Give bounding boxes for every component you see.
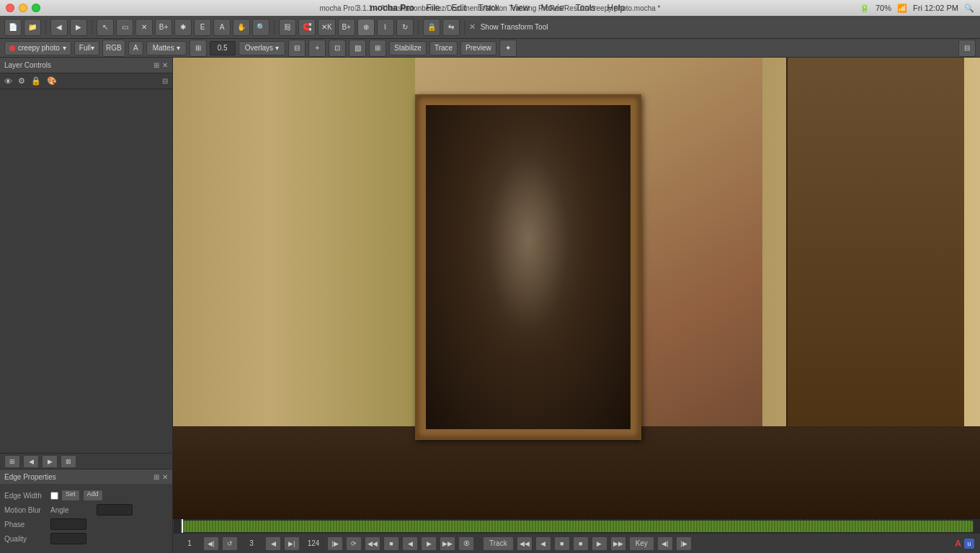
add-point-btn[interactable]: ✱ (174, 19, 192, 36)
layer-tb-btn2[interactable]: ◀ (23, 455, 39, 468)
trace-btn[interactable]: Trace (429, 41, 458, 55)
forward-btn[interactable]: ▶ (70, 19, 87, 36)
rotate-btn[interactable]: ↻ (396, 19, 414, 36)
toolbar-sep-3 (274, 20, 275, 35)
overlay-opt3[interactable]: ⊡ (329, 40, 346, 57)
mattes-dropdown[interactable]: Mattes ▾ (146, 41, 187, 55)
panel-close-icon[interactable]: ✕ (162, 61, 168, 69)
lock-tool-btn[interactable]: 🔒 (423, 19, 440, 36)
overlays-dropdown[interactable]: Overlays ▾ (239, 41, 285, 55)
xkey-btn[interactable]: ✕K (318, 19, 336, 36)
key-opt1[interactable]: ◀| (657, 536, 673, 551)
right-panel-btn[interactable]: ⊟ (958, 40, 976, 57)
cursor-btn[interactable]: ⊕ (357, 19, 375, 36)
layer-list-area (0, 89, 172, 453)
track-opt5[interactable]: ▶ (592, 536, 607, 551)
go-end-btn[interactable]: |▶ (327, 536, 343, 551)
create-rect-btn[interactable]: ▭ (116, 19, 133, 36)
prev-keyframe-btn[interactable]: ◀ (265, 536, 281, 551)
edge-properties-title: Edge Properties (4, 473, 56, 481)
gear-icon[interactable]: ⚙ (18, 76, 25, 86)
key-opt2[interactable]: |▶ (676, 536, 692, 551)
edge-properties-header: Edge Properties ⊞ ✕ (0, 469, 172, 484)
portrait-highlight (487, 154, 569, 333)
close-window-btn[interactable] (6, 4, 14, 12)
add-btn[interactable]: Add (83, 490, 103, 501)
eye-icon[interactable]: 👁 (4, 77, 12, 86)
create-bzspline-btn[interactable]: B+ (155, 19, 172, 36)
stop-btn[interactable]: ■ (383, 536, 399, 551)
rewind-btn[interactable]: ◀◀ (365, 536, 380, 551)
hand-tool-btn[interactable]: ✋ (233, 19, 250, 36)
new-btn[interactable]: 📄 (4, 19, 22, 36)
play-rev-btn[interactable]: ◀ (402, 536, 418, 551)
minimize-window-btn[interactable] (19, 4, 27, 12)
opacity-field[interactable] (210, 41, 236, 55)
key-btn[interactable]: Key (629, 536, 654, 551)
panel-expand-icon[interactable]: ⊞ (153, 61, 159, 69)
a-label-btn[interactable]: A (128, 41, 143, 55)
loop-btn[interactable]: ⟳ (346, 536, 362, 551)
track-opt6[interactable]: ▶▶ (610, 536, 626, 551)
zoom-tool-btn[interactable]: 🔍 (252, 19, 270, 36)
step-fwd-btn[interactable]: ▶▶ (440, 536, 455, 551)
track-opt3[interactable]: ■ (554, 536, 570, 551)
mattes-icon[interactable]: ⊞ (190, 40, 207, 57)
quality-label: Quality (4, 535, 48, 543)
open-btn[interactable]: 📁 (24, 19, 41, 36)
preview-btn[interactable]: Preview (460, 41, 496, 55)
link-tool-btn[interactable]: ⛓ (279, 19, 296, 36)
rgb-btn[interactable]: RGB (102, 40, 125, 57)
select-tool-btn[interactable]: ↖ (97, 19, 114, 36)
overlay-opt1[interactable]: ⊟ (288, 40, 306, 57)
view-mode-dropdown[interactable]: Full▾ (74, 41, 99, 55)
phase-field[interactable] (50, 518, 86, 530)
color-wheel-icon[interactable]: 🎨 (47, 76, 57, 86)
edge-expand-icon[interactable]: ⊞ (153, 473, 159, 481)
layer-tb-btn4[interactable]: ⊠ (61, 455, 76, 468)
play-fwd-btn[interactable]: ▶ (421, 536, 437, 551)
step-back-frame-btn[interactable]: ◀| (203, 536, 219, 551)
set-btn[interactable]: Set (61, 490, 80, 501)
delete-point-btn[interactable]: E (194, 19, 211, 36)
sun-icon-btn[interactable]: ✦ (499, 40, 517, 57)
lock-icon[interactable]: 🔒 (31, 76, 41, 86)
stabilize-btn[interactable]: Stabilize (389, 41, 427, 55)
overlay-opt2[interactable]: + (308, 40, 326, 57)
phase-label: Phase (4, 521, 48, 529)
edge-width-checkbox[interactable] (50, 492, 58, 500)
toolbar-sep-4 (418, 20, 419, 35)
magnet-btn[interactable]: 🧲 (298, 19, 316, 36)
track-btn[interactable]: Track (483, 536, 514, 551)
back-btn[interactable]: ◀ (50, 19, 68, 36)
search-icon[interactable]: 🔍 (964, 4, 974, 13)
edge-props-content: Edge Width Set Add Motion Blur Angle Pha… (0, 484, 172, 553)
record-btn[interactable]: ⦿ (458, 536, 474, 551)
snap-btn[interactable]: B+ (338, 19, 355, 36)
track-opt4[interactable]: ■ (573, 536, 589, 551)
arrow-tool-btn[interactable]: ⇆ (442, 19, 460, 36)
layer-tb-btn1[interactable]: ⊞ (4, 455, 20, 468)
traffic-lights (6, 4, 40, 12)
clip-dropdown[interactable]: creepy photo ▾ (4, 41, 71, 55)
wifi-icon: 📶 (897, 4, 907, 13)
track-opt2[interactable]: ◀ (535, 536, 551, 551)
wave-btn[interactable]: ⌇ (377, 19, 394, 36)
timeline-bar[interactable] (173, 518, 980, 533)
close-transform-btn[interactable]: ✕ (469, 22, 476, 32)
layer-tb-btn3[interactable]: ▶ (42, 455, 58, 468)
next-keyframe-end-btn[interactable]: ▶| (284, 536, 300, 551)
track-opt1[interactable]: ◀◀ (517, 536, 533, 551)
timeline-playhead[interactable] (182, 519, 183, 533)
overlay-opt4[interactable]: ▧ (349, 40, 366, 57)
maximize-window-btn[interactable] (32, 4, 40, 12)
transform-btn[interactable]: A (213, 19, 231, 36)
overlay-opt5[interactable]: ⊞ (369, 40, 386, 57)
edge-close-icon[interactable]: ✕ (162, 473, 168, 481)
create-xspline-btn[interactable]: ✕ (135, 19, 153, 36)
main-content: Layer Controls ⊞ ✕ 👁 ⚙ 🔒 🎨 ⊟ ⊞ ◀ ▶ ⊠ Edg… (0, 58, 980, 553)
quality-field[interactable] (50, 533, 86, 544)
layer-collapse-icon[interactable]: ⊟ (162, 77, 168, 85)
angle-field[interactable] (97, 504, 133, 516)
go-start-btn[interactable]: ↺ (222, 536, 238, 551)
